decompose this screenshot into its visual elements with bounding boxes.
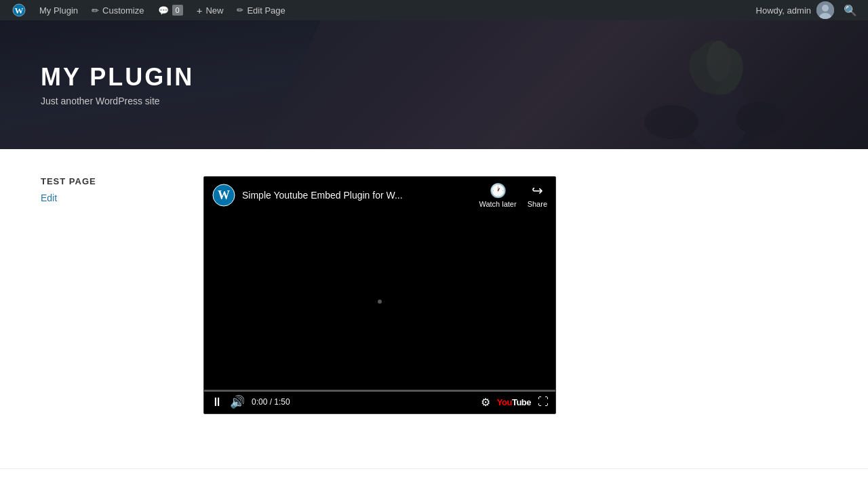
plus-icon: + [197, 5, 203, 16]
admin-bar: W My Plugin ✏ Customize 💬 0 + New ✏ Edit… [0, 0, 868, 20]
my-plugin-label: My Plugin [39, 5, 78, 16]
edit-page-label: Edit Page [247, 5, 285, 16]
adminbar-left: W My Plugin ✏ Customize 💬 0 + New ✏ Edit… [7, 0, 756, 20]
customize-button[interactable]: ✏ Customize [86, 0, 149, 20]
sidebar-area: TEST PAGE Edit [41, 176, 176, 414]
adminbar-right: Howdy, admin 🔍 [756, 1, 861, 19]
edit-page-button[interactable]: ✏ Edit Page [231, 0, 290, 20]
svg-point-3 [822, 5, 829, 12]
settings-icon[interactable]: ⚙ [481, 396, 490, 409]
video-area: W Simple Youtube Embed Plugin for W... 🕐… [203, 176, 827, 414]
share-label: Share [528, 200, 547, 208]
pause-button[interactable]: ⏸ [211, 395, 223, 409]
user-avatar[interactable] [816, 1, 834, 19]
share-icon: ↪ [532, 182, 543, 199]
wordpress-logo-icon: W [212, 184, 235, 207]
volume-icon: 🔊 [230, 394, 245, 409]
howdy-text: Howdy, admin [756, 5, 811, 16]
youtube-logo: YouTube [497, 397, 531, 407]
share-button[interactable]: ↪ Share [528, 182, 547, 208]
customize-icon: ✏ [92, 5, 99, 16]
site-footer [0, 468, 868, 488]
youtube-embed: W Simple Youtube Embed Plugin for W... 🕐… [203, 176, 556, 414]
video-player-area[interactable] [204, 214, 555, 390]
main-content: TEST PAGE Edit W Simple Youtube Embed Pl… [0, 149, 868, 441]
volume-button[interactable]: 🔊 [230, 394, 245, 409]
comments-count: 0 [172, 5, 183, 16]
watch-later-icon: 🕐 [490, 182, 507, 199]
svg-text:W: W [15, 5, 24, 16]
svg-point-7 [644, 105, 698, 139]
svg-point-8 [736, 102, 783, 136]
pause-icon: ⏸ [211, 395, 223, 409]
right-controls: ⚙ YouTube ⛶ [481, 396, 549, 409]
wp-logo-button[interactable]: W [7, 0, 31, 20]
watch-later-button[interactable]: 🕐 Watch later [479, 182, 516, 208]
site-tagline: Just another WordPress site [41, 96, 194, 106]
search-icon[interactable]: 🔍 [840, 4, 861, 17]
edit-icon: ✏ [237, 5, 243, 15]
edit-link[interactable]: Edit [41, 192, 57, 203]
my-plugin-button[interactable]: My Plugin [34, 0, 83, 20]
new-button[interactable]: + New [191, 0, 229, 20]
site-title-block: MY PLUGIN Just another WordPress site [41, 63, 194, 106]
new-label: New [205, 5, 223, 16]
svg-point-12 [707, 41, 731, 81]
comments-icon: 💬 [158, 5, 169, 16]
comments-button[interactable]: 💬 0 [153, 0, 189, 20]
progress-bar[interactable] [204, 390, 555, 392]
video-title: Simple Youtube Embed Plugin for W... [242, 190, 472, 201]
site-header: MY PLUGIN Just another WordPress site [0, 20, 868, 149]
youtube-actions: 🕐 Watch later ↪ Share [479, 182, 547, 208]
watch-later-label: Watch later [479, 200, 516, 208]
site-title: MY PLUGIN [41, 63, 194, 92]
loading-indicator [378, 300, 382, 304]
fullscreen-icon[interactable]: ⛶ [538, 396, 549, 408]
page-title: TEST PAGE [41, 176, 176, 186]
svg-text:W: W [218, 188, 230, 202]
time-display: 0:00 / 1:50 [252, 397, 474, 407]
customize-label: Customize [102, 5, 144, 16]
youtube-controls: ⏸ 🔊 0:00 / 1:50 ⚙ YouTube ⛶ [204, 392, 555, 413]
youtube-header: W Simple Youtube Embed Plugin for W... 🕐… [204, 177, 555, 214]
